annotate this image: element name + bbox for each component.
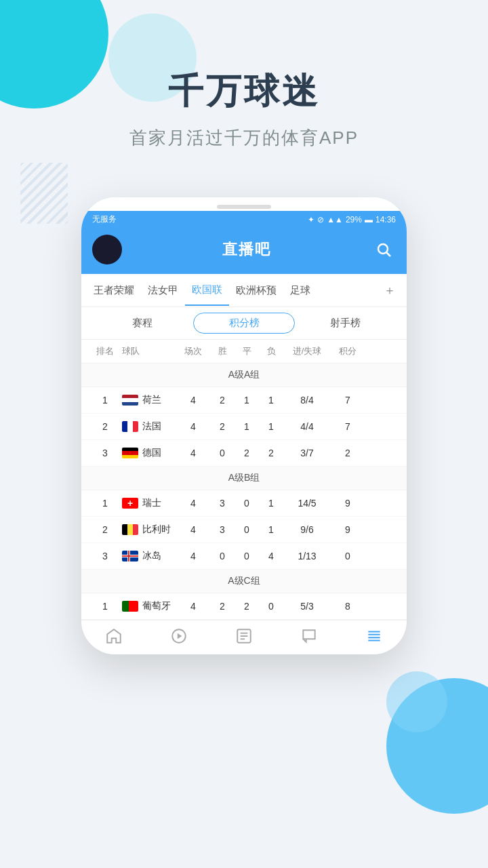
group-a-header: A级A组 xyxy=(81,363,407,387)
table-header: 排名 球队 场次 胜 平 负 进/失球 积分 xyxy=(81,340,407,363)
svg-line-1 xyxy=(387,253,391,257)
rank: 1 xyxy=(88,601,122,612)
bottom-nav-news[interactable] xyxy=(235,627,253,645)
points: 2 xyxy=(331,448,365,458)
played: 4 xyxy=(176,524,210,535)
svg-point-0 xyxy=(378,244,388,254)
col-rank-header: 排名 xyxy=(88,345,122,357)
drawn: 1 xyxy=(235,421,259,432)
col-points-header: 积分 xyxy=(331,345,365,357)
lost: 1 xyxy=(259,395,283,406)
lost: 1 xyxy=(259,524,283,535)
drawn: 0 xyxy=(235,498,259,509)
table-row[interactable]: 3 德国 4 0 2 2 3/7 2 xyxy=(81,440,407,467)
bottom-nav-list[interactable] xyxy=(365,627,383,645)
flag-iceland xyxy=(122,551,138,561)
team-name: 比利时 xyxy=(122,524,176,536)
play-icon xyxy=(170,627,188,645)
table-row[interactable]: 1 瑞士 4 3 0 1 14/5 9 xyxy=(81,490,407,517)
rank: 2 xyxy=(88,421,122,432)
played: 4 xyxy=(176,551,210,561)
rank: 3 xyxy=(88,551,122,561)
nav-tab-euro-qual[interactable]: 欧洲杯预 xyxy=(229,276,283,305)
goals: 5/3 xyxy=(283,601,331,612)
goals: 9/6 xyxy=(283,524,331,535)
goals: 3/7 xyxy=(283,448,331,458)
nav-tab-wangzhe[interactable]: 王者荣耀 xyxy=(87,276,141,305)
news-icon xyxy=(235,627,253,645)
won: 2 xyxy=(210,421,235,432)
lost: 1 xyxy=(259,498,283,509)
goals: 8/4 xyxy=(283,395,331,406)
col-won-header: 胜 xyxy=(210,345,235,357)
nav-tabs: 王者荣耀 法女甲 欧国联 欧洲杯预 足球 ＋ xyxy=(81,274,407,307)
nav-tab-ucl[interactable]: 欧国联 xyxy=(185,275,229,306)
bottom-nav-chat[interactable] xyxy=(300,627,318,645)
bottom-nav-play[interactable] xyxy=(170,627,188,645)
rank: 2 xyxy=(88,524,122,535)
team-name: 冰岛 xyxy=(122,550,176,562)
flag-germany xyxy=(122,448,138,458)
nav-tab-ligue2[interactable]: 法女甲 xyxy=(141,276,185,305)
team-name: 葡萄牙 xyxy=(122,600,176,612)
lost: 1 xyxy=(259,421,283,432)
sub-tabs: 赛程 积分榜 射手榜 xyxy=(81,307,407,340)
drawn: 2 xyxy=(235,601,259,612)
flag-portugal xyxy=(122,601,138,612)
search-icon xyxy=(375,241,392,258)
table-row[interactable]: 2 法国 4 2 1 1 4/4 7 xyxy=(81,414,407,440)
rank: 1 xyxy=(88,498,122,509)
time-display: 14:36 xyxy=(375,215,396,224)
wifi-icon: ⊘ xyxy=(317,215,324,224)
flag-belgium xyxy=(122,524,138,535)
nav-tab-add[interactable]: ＋ xyxy=(378,274,401,307)
phone-mockup: 无服务 ✦ ⊘ ▲▲ 29% ▬ 14:36 直播吧 王者荣耀 xyxy=(81,197,407,654)
app-logo[interactable] xyxy=(92,235,122,264)
goals: 14/5 xyxy=(283,498,331,509)
table-row[interactable]: 2 比利时 4 3 0 1 9/6 9 xyxy=(81,517,407,543)
hero-subtitle: 首家月活过千万的体育APP xyxy=(27,126,461,150)
group-b-header: A级B组 xyxy=(81,467,407,490)
won: 3 xyxy=(210,498,235,509)
home-icon xyxy=(105,627,123,645)
points: 0 xyxy=(331,551,365,561)
table-row[interactable]: 1 荷兰 4 2 1 1 8/4 7 xyxy=(81,387,407,414)
notch-bar xyxy=(217,205,271,209)
battery-level: 29% xyxy=(346,215,362,224)
flag-france xyxy=(122,421,138,432)
points: 9 xyxy=(331,498,365,509)
list-icon xyxy=(365,627,383,645)
lost: 2 xyxy=(259,448,283,458)
bluetooth-icon: ✦ xyxy=(308,215,314,224)
drawn: 0 xyxy=(235,524,259,535)
battery-icon: ▬ xyxy=(365,215,373,224)
drawn: 2 xyxy=(235,448,259,458)
sub-tab-standings[interactable]: 积分榜 xyxy=(193,313,296,334)
team-name: 德国 xyxy=(122,447,176,459)
standings-table: 排名 球队 场次 胜 平 负 进/失球 积分 A级A组 1 荷兰 4 2 1 1 xyxy=(81,340,407,620)
col-played-header: 场次 xyxy=(176,345,210,357)
played: 4 xyxy=(176,421,210,432)
nav-tab-football[interactable]: 足球 xyxy=(283,276,317,305)
table-row[interactable]: 1 葡萄牙 4 2 2 0 5/3 8 xyxy=(81,593,407,620)
phone-wrapper: 无服务 ✦ ⊘ ▲▲ 29% ▬ 14:36 直播吧 王者荣耀 xyxy=(0,197,488,654)
flag-netherlands xyxy=(122,395,138,406)
search-button[interactable] xyxy=(371,237,396,262)
rank: 1 xyxy=(88,395,122,406)
group-c-header: A级C组 xyxy=(81,570,407,593)
status-no-service: 无服务 xyxy=(92,214,117,225)
lost: 0 xyxy=(259,601,283,612)
sub-tab-schedule[interactable]: 赛程 xyxy=(92,313,193,334)
drawn: 0 xyxy=(235,551,259,561)
team-name: 瑞士 xyxy=(122,497,176,509)
goals: 1/13 xyxy=(283,551,331,561)
played: 4 xyxy=(176,498,210,509)
lost: 4 xyxy=(259,551,283,561)
bg-decoration-circle-br2 xyxy=(386,671,447,732)
team-name: 法国 xyxy=(122,420,176,433)
hero-section: 千万球迷 首家月活过千万的体育APP xyxy=(0,0,488,177)
status-right: ✦ ⊘ ▲▲ 29% ▬ 14:36 xyxy=(308,215,396,224)
sub-tab-scorers[interactable]: 射手榜 xyxy=(295,313,396,334)
table-row[interactable]: 3 冰岛 4 0 0 4 1/13 0 xyxy=(81,543,407,570)
bottom-nav-home[interactable] xyxy=(105,627,123,645)
